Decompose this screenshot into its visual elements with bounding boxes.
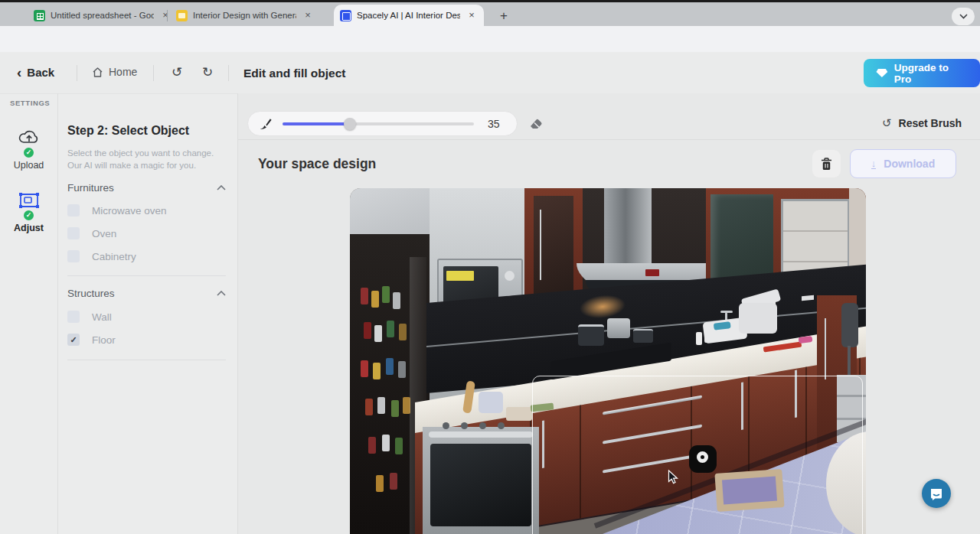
tab-spacely-active[interactable]: Spacely AI | AI Interior Desig × (334, 5, 484, 26)
checkbox[interactable]: ✓ (67, 334, 80, 346)
rail-item-label: Upload (0, 160, 57, 171)
home-button[interactable]: Home (92, 66, 137, 78)
tab-interior-design[interactable]: Interior Design with Generati × (170, 5, 320, 26)
select-object-panel: Step 2: Select Object Select the object … (57, 93, 237, 534)
checkbox[interactable]: ✓ (67, 227, 80, 239)
checkbox-row-floor[interactable]: ✓ Floor (67, 334, 116, 346)
photo-hood-chimney (604, 188, 652, 268)
photo-fan (841, 303, 858, 347)
photo-oven-knobs (443, 422, 449, 429)
photo-pot-3 (633, 329, 653, 343)
back-label: Back (27, 66, 54, 79)
checkbox-row-oven[interactable]: ✓ Oven (67, 227, 116, 239)
reset-undo-icon: ↺ (882, 116, 892, 130)
reset-brush-label: Reset Brush (899, 117, 962, 129)
back-button[interactable]: ‹ Back (17, 66, 54, 79)
download-icon: ↓ (871, 158, 877, 169)
upload-done-check-icon: ✓ (22, 146, 35, 159)
space-photo-canvas[interactable] (350, 188, 866, 534)
mouse-pointer-icon (668, 470, 679, 485)
photo-oven-glass (430, 444, 531, 526)
eraser-icon[interactable] (528, 116, 544, 130)
checkbox[interactable]: ✓ (67, 311, 80, 323)
cloud-upload-icon (17, 128, 41, 146)
photo-cabinet-handle (540, 210, 541, 280)
slider-thumb[interactable] (344, 118, 356, 130)
brush-icon[interactable] (259, 117, 272, 130)
upgrade-to-pro-button[interactable]: Upgrade to Pro (864, 59, 980, 87)
brush-size-value: 35 (488, 118, 500, 130)
photo-under-cabinet-glow (580, 293, 626, 320)
new-tab-button[interactable]: + (496, 8, 511, 24)
spacely-icon (340, 10, 351, 21)
rail-item-label: Adjust (0, 223, 57, 233)
checkbox-row-cabinetry[interactable]: ✓ Cabinetry (67, 250, 136, 262)
brush-cursor[interactable] (689, 445, 717, 473)
checkbox-label: Floor (92, 334, 116, 346)
chevron-up-icon[interactable] (217, 291, 226, 296)
photo-bottles (361, 288, 368, 304)
panel-section-divider (67, 360, 226, 360)
redo-icon[interactable]: ↻ (202, 64, 213, 80)
settings-heading: SETTINGS (10, 99, 50, 107)
tab-spreadsheet[interactable]: Untitled spreadsheet - Goog × (28, 5, 178, 26)
header-separator (153, 65, 154, 81)
photo-oven-handle (429, 431, 533, 438)
adjust-frame-icon (18, 192, 40, 209)
photo-fan-pole (848, 346, 851, 378)
tab-title: Interior Design with Generati (193, 11, 296, 20)
rail-item-upload[interactable]: ✓ Upload (0, 128, 57, 171)
section-furnitures[interactable]: Furnitures (67, 182, 226, 194)
undo-icon[interactable]: ↺ (172, 64, 182, 80)
chevron-up-icon[interactable] (217, 185, 226, 190)
checkbox-label: Microwave oven (92, 205, 167, 217)
section-label: Structures (67, 288, 115, 299)
browser-toolbar: ← → ↻ spacely.ai/app/tool/edit-and-fill … (0, 26, 980, 52)
chat-launcher-button[interactable] (922, 479, 951, 508)
photo-oven (423, 427, 539, 534)
reset-brush-button[interactable]: ↺ Reset Brush (882, 116, 962, 130)
checkbox[interactable]: ✓ (67, 250, 80, 262)
photo-white-bin (739, 303, 777, 334)
brush-size-control: 35 (247, 111, 518, 136)
photo-bread-bag (479, 392, 503, 413)
checkbox-label: Oven (92, 228, 116, 239)
yellow-doc-icon (176, 10, 188, 21)
step-title: Step 2: Select Object (67, 124, 189, 138)
section-label: Furnitures (67, 182, 114, 194)
chevron-left-icon: ‹ (17, 67, 21, 78)
step-description: Select the object you want to change. Ou… (67, 148, 224, 171)
checkbox-label: Cabinetry (92, 251, 136, 262)
page-title: Edit and fill object (243, 67, 345, 80)
home-label: Home (109, 66, 137, 78)
delete-design-button[interactable] (812, 150, 841, 177)
space-design-heading: Your space design (258, 156, 376, 172)
brush-size-slider[interactable] (283, 122, 474, 125)
tab-search-chevron-icon[interactable] (952, 8, 975, 25)
tab-title: Untitled spreadsheet - Goog (51, 11, 154, 20)
adjust-done-check-icon: ✓ (22, 209, 35, 222)
checkbox[interactable]: ✓ (67, 204, 80, 217)
tab-separator (167, 10, 168, 21)
photo-microwave-knobs (505, 271, 514, 281)
trash-icon (821, 158, 832, 171)
google-sheets-icon (34, 10, 45, 21)
checkbox-row-microwave-oven[interactable]: ✓ Microwave oven (67, 204, 167, 217)
close-icon[interactable]: × (466, 9, 478, 21)
chat-bubble-icon (929, 487, 943, 500)
rail-item-adjust[interactable]: ✓ Adjust (0, 192, 57, 233)
download-label: Download (884, 158, 935, 170)
header-separator (77, 65, 77, 81)
gem-icon (876, 68, 888, 78)
toolbar-divider (238, 139, 980, 140)
panel-section-divider (67, 275, 226, 276)
photo-pot-2 (607, 318, 630, 338)
checkbox-label: Wall (92, 311, 112, 323)
photo-pot-1 (578, 324, 604, 346)
brush-cursor-ring (697, 451, 708, 463)
close-icon[interactable]: × (302, 9, 314, 21)
download-button[interactable]: ↓ Download (850, 149, 956, 178)
header-separator (228, 65, 229, 81)
section-structures[interactable]: Structures (67, 288, 226, 299)
checkbox-row-wall[interactable]: ✓ Wall (67, 311, 112, 323)
